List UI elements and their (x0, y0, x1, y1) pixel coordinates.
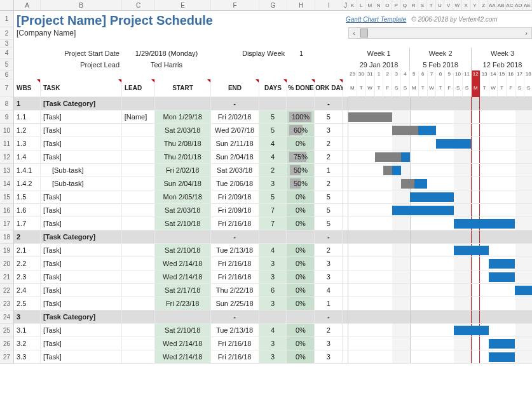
cell-pct-done[interactable]: 0% (287, 257, 315, 270)
row-gutter[interactable]: 9 (0, 110, 14, 124)
col-F[interactable]: F (211, 0, 259, 10)
cell-task[interactable]: [Task] (41, 270, 122, 284)
cell-lead[interactable] (122, 97, 155, 110)
cell-wbs[interactable]: 1 (14, 97, 41, 110)
cell-work-days[interactable]: 3 (315, 350, 343, 364)
col-AA[interactable]: AA (488, 0, 497, 10)
week-scroll[interactable]: ‹ › (348, 27, 532, 39)
row-5-gutter[interactable]: 5 (0, 59, 14, 70)
cell-pct-done[interactable] (287, 310, 315, 324)
col-P[interactable]: P (392, 0, 401, 10)
gantt-bar[interactable] (401, 179, 427, 189)
gantt-bar[interactable] (489, 352, 515, 362)
cell-lead[interactable] (122, 337, 155, 350)
cell-work-days[interactable]: 5 (315, 110, 343, 124)
cell-end[interactable]: Sun 2/04/18 (211, 150, 259, 164)
chevron-left-icon[interactable]: ‹ (349, 29, 359, 37)
cell-start[interactable] (155, 310, 211, 324)
row-gutter[interactable]: 24 (0, 310, 14, 324)
cell-end[interactable]: Fri 2/16/18 (211, 217, 259, 230)
cell-wbs[interactable]: 1.5 (14, 190, 41, 204)
cell-start[interactable] (155, 230, 211, 244)
cell-lead[interactable]: [Name] (122, 110, 155, 124)
page-title[interactable]: [Project Name] Project Schedule (14, 11, 343, 27)
cell-start[interactable]: Fri 2/23/18 (155, 297, 211, 310)
col-G[interactable]: G (259, 0, 287, 10)
row-gutter[interactable]: 19 (0, 244, 14, 257)
row-gutter[interactable]: 18 (0, 230, 14, 244)
cell-start[interactable]: Sat 2/10/18 (155, 217, 211, 230)
cell-lead[interactable] (122, 297, 155, 310)
cell-task[interactable]: [Task] (41, 110, 122, 124)
cell-task[interactable]: [Task] (41, 124, 122, 137)
cell-end[interactable]: Fri 2/16/18 (211, 350, 259, 364)
cell-work-days[interactable]: - (315, 97, 343, 110)
cell-task[interactable]: [Sub-task] (41, 164, 122, 177)
cell-days[interactable]: 7 (259, 217, 287, 230)
gantt-bar[interactable] (489, 339, 515, 349)
cell-wbs[interactable]: 2.4 (14, 284, 41, 297)
cell-start[interactable]: Wed 2/14/18 (155, 270, 211, 284)
cell-days[interactable]: 3 (259, 257, 287, 270)
col-AD[interactable]: AD (514, 0, 523, 10)
cell-work-days[interactable]: 2 (315, 244, 343, 257)
col-M[interactable]: M (366, 0, 375, 10)
col-N[interactable]: N (374, 0, 383, 10)
gantt-bar[interactable] (375, 152, 410, 162)
cell-end[interactable]: Tue 2/13/18 (211, 324, 259, 337)
cell-days[interactable]: 3 (259, 177, 287, 190)
cell-lead[interactable] (122, 230, 155, 244)
cell-pct-done[interactable]: 0% (287, 137, 315, 150)
col-A[interactable]: A (14, 0, 41, 10)
cell-start[interactable]: Sat 2/17/18 (155, 284, 211, 297)
cell-end[interactable]: Tue 2/06/18 (211, 177, 259, 190)
row-gutter[interactable]: 16 (0, 204, 14, 217)
cell-lead[interactable] (122, 177, 155, 190)
row-gutter[interactable]: 23 (0, 297, 14, 310)
row-gutter[interactable]: 25 (0, 324, 14, 337)
col-Q[interactable]: Q (401, 0, 410, 10)
cell-pct-done[interactable]: 0% (287, 190, 315, 204)
cell-days[interactable]: 3 (259, 337, 287, 350)
row-gutter[interactable]: 17 (0, 217, 14, 230)
col-C[interactable]: C (122, 0, 155, 10)
cell-days[interactable]: 4 (259, 137, 287, 150)
gantt-bar[interactable] (515, 286, 532, 295)
cell-start[interactable]: Wed 2/14/18 (155, 350, 211, 364)
cell-end[interactable]: Fri 2/09/18 (211, 190, 259, 204)
cell-end[interactable]: - (211, 230, 259, 244)
cell-lead[interactable] (122, 137, 155, 150)
cell-wbs[interactable]: 2.1 (14, 244, 41, 257)
cell-work-days[interactable]: - (315, 230, 343, 244)
cell-work-days[interactable]: 5 (315, 204, 343, 217)
cell-wbs[interactable]: 2.2 (14, 257, 41, 270)
cell-wbs[interactable]: 3.2 (14, 337, 41, 350)
cell-lead[interactable] (122, 124, 155, 137)
cell-wbs[interactable]: 2.3 (14, 270, 41, 284)
cell-start[interactable]: Mon 2/05/18 (155, 190, 211, 204)
cell-start[interactable]: Mon 1/29/18 (155, 110, 211, 124)
cell-start[interactable]: Sat 2/10/18 (155, 324, 211, 337)
cell-pct-done[interactable]: 0% (287, 297, 315, 310)
cell-pct-done[interactable]: 0% (287, 217, 315, 230)
cell-pct-done[interactable]: 75% (287, 150, 315, 164)
cell-lead[interactable] (122, 310, 155, 324)
cell-pct-done[interactable]: 60% (287, 124, 315, 137)
col-K[interactable]: K (348, 0, 357, 10)
cell-task[interactable]: [Task Category] (41, 310, 122, 324)
row-gutter[interactable]: 15 (0, 190, 14, 204)
cell-start[interactable]: Thu 2/01/18 (155, 150, 211, 164)
cell-days[interactable]: 4 (259, 244, 287, 257)
col-Z[interactable]: Z (479, 0, 488, 10)
col-AC[interactable]: AC (506, 0, 515, 10)
cell-task[interactable]: [Task] (41, 284, 122, 297)
cell-end[interactable]: Wed 2/07/18 (211, 124, 259, 137)
cell-days[interactable]: 3 (259, 270, 287, 284)
project-lead[interactable]: Ted Harris (122, 59, 211, 70)
cell-wbs[interactable]: 3.1 (14, 324, 41, 337)
row-gutter[interactable]: 22 (0, 284, 14, 297)
cell-pct-done[interactable]: 0% (287, 337, 315, 350)
col-T[interactable]: T (427, 0, 436, 10)
cell-task[interactable]: [Task] (41, 350, 122, 364)
row-gutter[interactable]: 10 (0, 124, 14, 137)
